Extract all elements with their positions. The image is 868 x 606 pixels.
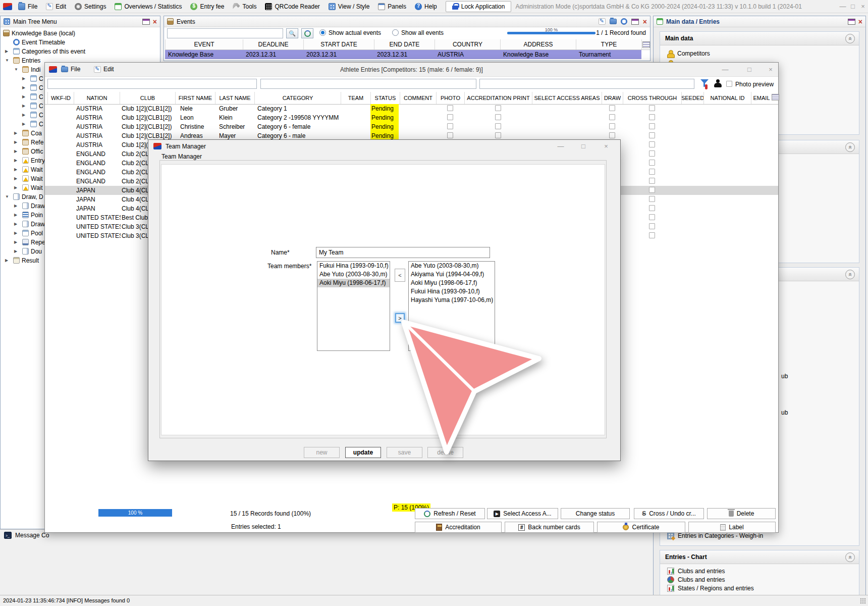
cross-through-checkbox[interactable] bbox=[649, 114, 655, 120]
dialog-maximize-button[interactable]: □ bbox=[578, 142, 588, 150]
app-minimize-button[interactable]: — bbox=[838, 3, 848, 10]
events-close-icon[interactable]: × bbox=[643, 19, 647, 25]
cross-through-checkbox[interactable] bbox=[649, 141, 655, 147]
events-column-header[interactable]: DEADLINE bbox=[243, 39, 303, 49]
available-member-item[interactable]: Hayashi Yuma (1997-10-06,m) bbox=[409, 296, 495, 305]
draw-checkbox[interactable] bbox=[609, 114, 615, 120]
athlete-maximize-button[interactable]: □ bbox=[744, 66, 754, 73]
dialog-minimize-button[interactable]: — bbox=[556, 142, 566, 150]
menu-item-help[interactable]: Help bbox=[415, 3, 437, 10]
photo-checkbox[interactable] bbox=[447, 123, 453, 129]
tree-item[interactable]: Event Timetable bbox=[1, 38, 159, 47]
events-column-header[interactable]: EVENT bbox=[165, 39, 243, 49]
events-folder-icon[interactable] bbox=[610, 19, 617, 24]
team-member-item[interactable]: Fukui Hina (1993-09-10,f) bbox=[317, 262, 390, 270]
events-refresh-button[interactable] bbox=[301, 28, 313, 38]
cross-through-checkbox[interactable] bbox=[649, 169, 655, 175]
available-member-item[interactable]: Abe Yuto (2003-08-30,m) bbox=[409, 262, 495, 270]
athlete-column-header[interactable]: CROSS THROUGH bbox=[623, 92, 681, 104]
back-number-cards-button[interactable]: #Back number cards bbox=[505, 522, 594, 533]
chart-link-item[interactable]: Clubs and entries bbox=[667, 568, 725, 575]
events-clock-icon[interactable] bbox=[621, 18, 627, 25]
photo-checkbox[interactable] bbox=[447, 105, 453, 111]
accreditation-checkbox[interactable] bbox=[495, 123, 501, 129]
athlete-column-header[interactable]: LAST NAME bbox=[215, 92, 254, 104]
menu-item-entry-fee[interactable]: Entry fee bbox=[190, 3, 224, 10]
cross-through-checkbox[interactable] bbox=[649, 178, 655, 184]
menu-item-panels[interactable]: Panels bbox=[378, 3, 406, 10]
menu-item-overviews-statistics[interactable]: Overviews / Statistics bbox=[115, 3, 182, 10]
update-button[interactable]: update bbox=[345, 447, 381, 458]
cross-through-checkbox[interactable] bbox=[649, 132, 655, 138]
accreditation-button[interactable]: Accreditation bbox=[415, 522, 502, 533]
menu-item-settings[interactable]: Settings bbox=[75, 3, 106, 10]
tree-item[interactable]: Knowledge Base (local) bbox=[1, 29, 159, 38]
cross-through-checkbox[interactable] bbox=[649, 150, 655, 157]
athlete-search-input-1[interactable] bbox=[47, 79, 257, 89]
photo-checkbox[interactable] bbox=[447, 132, 453, 138]
cross-through-checkbox[interactable] bbox=[649, 214, 655, 220]
table-row[interactable]: AUSTRIAClub 1[2](CLB1[2])NeleGruberCateg… bbox=[45, 104, 778, 113]
events-maximize-icon[interactable] bbox=[631, 19, 639, 25]
cross-through-checkbox[interactable] bbox=[649, 187, 655, 193]
refresh-reset-button[interactable]: Refresh / Reset bbox=[415, 508, 485, 519]
available-member-item[interactable]: Aoki Miyu (1998-06-17,f) bbox=[409, 279, 495, 287]
accreditation-checkbox[interactable] bbox=[495, 132, 501, 138]
photo-preview-checkbox[interactable] bbox=[726, 81, 732, 87]
chart-link-item[interactable]: Clubs and entries bbox=[667, 576, 725, 583]
cross-through-checkbox[interactable] bbox=[649, 223, 655, 229]
accreditation-checkbox[interactable] bbox=[495, 105, 501, 111]
draw-checkbox[interactable] bbox=[609, 105, 615, 111]
competitors-item[interactable]: Competitors bbox=[667, 50, 710, 57]
tree-close-icon[interactable]: × bbox=[153, 19, 157, 25]
dialog-close-button[interactable]: × bbox=[601, 142, 611, 150]
athlete-minimize-button[interactable]: — bbox=[720, 66, 730, 73]
right-panel-maximize-icon[interactable] bbox=[848, 19, 855, 25]
athlete-column-header[interactable]: NATION bbox=[74, 92, 120, 104]
team-members-list[interactable]: Fukui Hina (1993-09-10,f)Abe Yuto (2003-… bbox=[317, 261, 390, 351]
cross-undo-cr--button[interactable]: SCross / Undo cr... bbox=[634, 508, 704, 519]
events-column-icon-cell[interactable] bbox=[641, 39, 650, 49]
team-member-item[interactable]: Aoki Miyu (1998-06-17,f) bbox=[317, 279, 390, 287]
athlete-column-header[interactable]: CATEGORY bbox=[254, 92, 341, 104]
menu-item-tools[interactable]: Tools bbox=[233, 3, 256, 10]
cross-through-checkbox[interactable] bbox=[649, 196, 655, 202]
app-close-button[interactable]: × bbox=[858, 3, 868, 10]
collapse-chevron-icon[interactable]: « bbox=[845, 142, 855, 152]
column-settings-icon[interactable] bbox=[772, 94, 779, 100]
right-panel-close-icon[interactable]: × bbox=[858, 19, 862, 25]
column-settings-icon[interactable] bbox=[642, 41, 650, 48]
team-member-item[interactable]: Abe Yuto (2003-08-30,m) bbox=[317, 270, 390, 279]
move-right-button[interactable]: > bbox=[395, 313, 405, 323]
resize-grip[interactable] bbox=[860, 598, 866, 604]
table-row[interactable]: AUSTRIAClub 1[2](CLB1[2])ChristineSchrei… bbox=[45, 122, 778, 131]
available-members-list[interactable]: Abe Yuto (2003-08-30,m)Akiyama Yui (1994… bbox=[408, 261, 495, 351]
athlete-column-header[interactable]: STATUS bbox=[370, 92, 400, 104]
draw-checkbox[interactable] bbox=[609, 123, 615, 129]
team-name-input[interactable] bbox=[316, 247, 490, 258]
collapse-chevron-icon[interactable]: « bbox=[845, 552, 855, 562]
available-member-item[interactable]: Akiyama Yui (1994-04-09,f) bbox=[409, 270, 495, 279]
filter-funnel-icon[interactable] bbox=[700, 79, 710, 88]
accreditation-checkbox[interactable] bbox=[495, 114, 501, 120]
events-column-header[interactable]: COUNTRY bbox=[435, 39, 500, 49]
menu-item-edit[interactable]: Edit bbox=[46, 3, 66, 10]
athlete-column-header[interactable]: FIRST NAME bbox=[175, 92, 215, 104]
table-row[interactable]: AUSTRIAClub 1[2](CLB1[2])LeonKleinCatego… bbox=[45, 113, 778, 122]
athlete-close-button[interactable]: × bbox=[766, 66, 776, 73]
weigh-in-item[interactable]: Entries in Categories - Weigh-in bbox=[667, 532, 763, 539]
athlete-column-header[interactable]: PHOTO bbox=[436, 92, 464, 104]
cross-through-checkbox[interactable] bbox=[649, 123, 655, 129]
athlete-column-header[interactable]: SEEDED bbox=[681, 92, 703, 104]
available-member-item[interactable]: Fukui Hina (1993-09-10,f) bbox=[409, 287, 495, 296]
certificate-button[interactable]: Certificate bbox=[597, 522, 685, 533]
menu-item-view-style[interactable]: View / Style bbox=[329, 3, 369, 10]
events-column-header[interactable]: ADDRESS bbox=[500, 39, 576, 49]
tree-item[interactable]: ▶Categories of this event bbox=[1, 47, 159, 56]
cross-through-checkbox[interactable] bbox=[649, 105, 655, 111]
cross-through-checkbox[interactable] bbox=[649, 232, 655, 238]
photo-checkbox[interactable] bbox=[447, 114, 453, 120]
menu-item-file[interactable]: File bbox=[18, 3, 37, 10]
athlete-column-header[interactable]: DRAW bbox=[602, 92, 623, 104]
events-search-button[interactable]: 🔍 bbox=[286, 28, 298, 38]
